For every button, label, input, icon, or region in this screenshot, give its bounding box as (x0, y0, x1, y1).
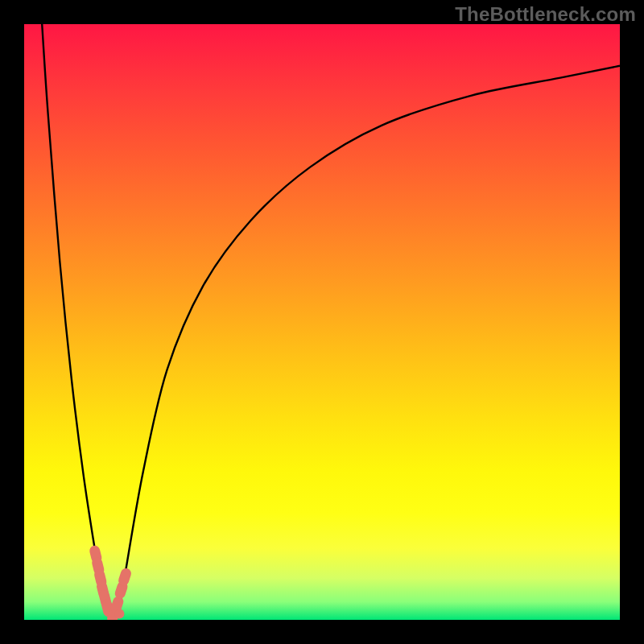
curve-layer (24, 24, 620, 620)
marker-dot (114, 609, 124, 619)
marker-cluster (89, 544, 133, 620)
watermark-label: TheBottleneck.com (455, 3, 636, 26)
chart-frame: TheBottleneck.com (0, 0, 644, 644)
bottleneck-curve (42, 24, 620, 620)
bottleneck-curve-path (42, 24, 620, 620)
plot-area (24, 24, 620, 620)
